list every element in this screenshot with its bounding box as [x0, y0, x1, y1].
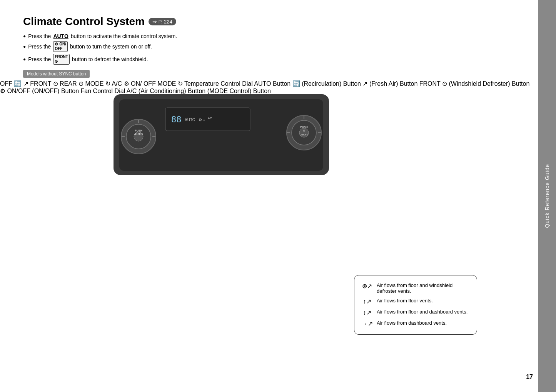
side-tab: Quick Reference Guide — [538, 0, 556, 392]
svg-text:ON/OFF: ON/OFF — [300, 133, 309, 136]
bullet-suffix-2: button to turn the system on or off. — [70, 43, 152, 50]
page-number: 17 — [526, 374, 533, 380]
main-content: Climate Control System ⇒ P. 224 Press th… — [0, 0, 531, 392]
side-tab-label: Quick Reference Guide — [544, 164, 550, 228]
airflow-text-4: Air flows from dashboard vents. — [377, 320, 447, 326]
svg-text:88: 88 — [171, 115, 182, 124]
airflow-icon-3: ↕↗ — [361, 309, 373, 316]
svg-text:AC: AC — [208, 117, 212, 120]
bullet-prefix-2: Press the — [28, 43, 51, 50]
page-ref-badge: ⇒ P. 224 — [149, 18, 176, 25]
bullet-list: Press the AUTO button to activate the cl… — [23, 33, 508, 65]
title-text: Climate Control System — [23, 15, 145, 28]
on-off-inline-btn: ⚙ ON/OFF — [53, 41, 68, 52]
info-box: ⊛↗ Air flows from floor and windshield d… — [354, 275, 477, 335]
svg-text:⚙: ⚙ — [303, 129, 305, 132]
bullet-suffix-1: button to activate the climate control s… — [71, 33, 177, 39]
svg-text:PUSH: PUSH — [135, 129, 142, 132]
airflow-text-3: Air flows from floor and dashboard vents… — [377, 309, 468, 315]
bullet-prefix-3: Press the — [28, 56, 51, 62]
bullet-suffix-3: button to defrost the windshield. — [72, 56, 148, 62]
auto-label: AUTO — [53, 33, 68, 39]
svg-text:PUSH: PUSH — [300, 126, 307, 128]
info-row-1: ⊛↗ Air flows from floor and windshield d… — [361, 282, 470, 294]
diagram-area: PUSH AUTO PUSH ⚙ ON/OFF 88 AUTO ⚙↔ ACOFF — [0, 73, 531, 342]
airflow-text-1: Air flows from floor and windshield defr… — [377, 282, 470, 294]
page-title: Climate Control System ⇒ P. 224 — [23, 15, 508, 28]
info-row-3: ↕↗ Air flows from floor and dashboard ve… — [361, 309, 470, 316]
bullet-item-3: Press the FRONT⊙ button to defrost the w… — [23, 54, 508, 65]
bullet-item-1: Press the AUTO button to activate the cl… — [23, 33, 508, 39]
bullet-prefix-1: Press the — [28, 33, 51, 39]
info-row-2: ↑↗ Air flows from floor vents. — [361, 298, 470, 305]
airflow-text-2: Air flows from floor vents. — [377, 298, 433, 304]
airflow-icon-1: ⊛↗ — [361, 282, 373, 290]
airflow-icon-2: ↑↗ — [361, 298, 373, 305]
arrow-icon: ⇒ — [152, 18, 157, 25]
info-row-4: →↗ Air flows from dashboard vents. — [361, 320, 470, 327]
airflow-icon-4: →↗ — [361, 320, 373, 327]
svg-text:AUTO: AUTO — [134, 132, 143, 136]
bullet-item-2: Press the ⚙ ON/OFF button to turn the sy… — [23, 41, 508, 52]
svg-text:⚙↔: ⚙↔ — [199, 118, 206, 122]
front-inline-btn: FRONT⊙ — [53, 54, 69, 65]
svg-text:AUTO: AUTO — [185, 118, 195, 122]
page-ref-number: P. 224 — [159, 19, 172, 25]
